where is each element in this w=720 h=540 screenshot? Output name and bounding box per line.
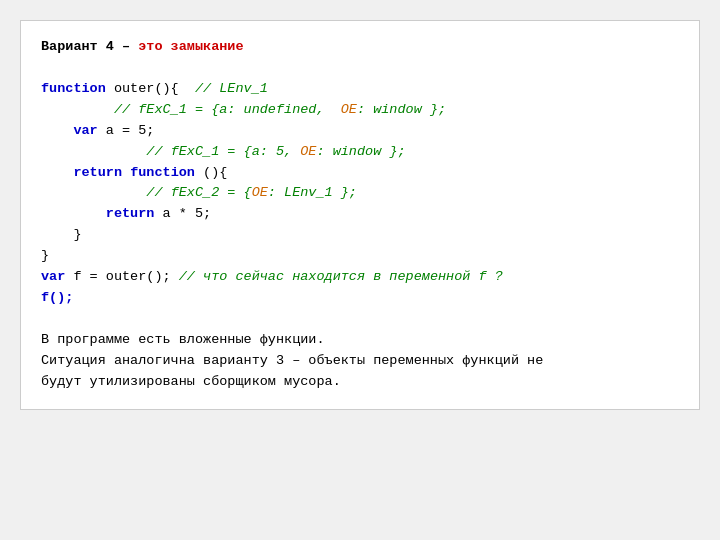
- code-block: Вариант 4 – это замыкание function outer…: [20, 20, 700, 410]
- line-desc-2: Ситуация аналогична варианту 3 – объекты…: [41, 351, 679, 372]
- line-var-a: var a = 5;: [41, 121, 679, 142]
- heading-text: Вариант 4 –: [41, 39, 138, 54]
- line-f-call: f();: [41, 288, 679, 309]
- line-outer-def: function outer(){ // LEnv_1: [41, 79, 679, 100]
- line-close-outer: }: [41, 246, 679, 267]
- line-close-inner: }: [41, 225, 679, 246]
- line-comment-1: // fExC_1 = {a: undefined, OE: window };: [41, 100, 679, 121]
- empty-line-1: [41, 58, 679, 79]
- heading-line: Вариант 4 – это замыкание: [41, 37, 679, 58]
- line-comment-3: // fExC_2 = {OE: LEnv_1 };: [41, 183, 679, 204]
- kw-function-1: function: [41, 81, 106, 96]
- line-desc-1: В программе есть вложенные функции.: [41, 330, 679, 351]
- line-comment-2: // fExC_1 = {a: 5, OE: window };: [41, 142, 679, 163]
- empty-line-2: [41, 309, 679, 330]
- line-return-a: return a * 5;: [41, 204, 679, 225]
- line-var-f: var f = outer(); // что сейчас находится…: [41, 267, 679, 288]
- line-return-function: return function (){: [41, 163, 679, 184]
- line-desc-3: будут утилизированы сборщиком мусора.: [41, 372, 679, 393]
- heading-comment: это замыкание: [138, 39, 243, 54]
